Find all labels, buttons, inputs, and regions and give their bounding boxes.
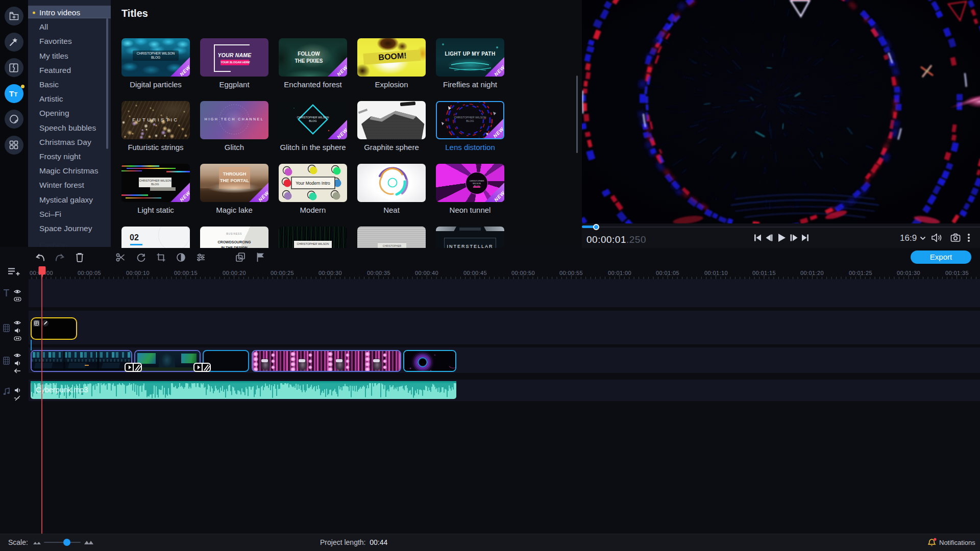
svg-text:T: T bbox=[9, 89, 14, 98]
svg-text:T: T bbox=[14, 91, 18, 97]
svg-text:Cyberpunk.mp3: Cyberpunk.mp3 bbox=[36, 386, 88, 394]
svg-text:Your Modern Intro: Your Modern Intro bbox=[296, 181, 330, 186]
